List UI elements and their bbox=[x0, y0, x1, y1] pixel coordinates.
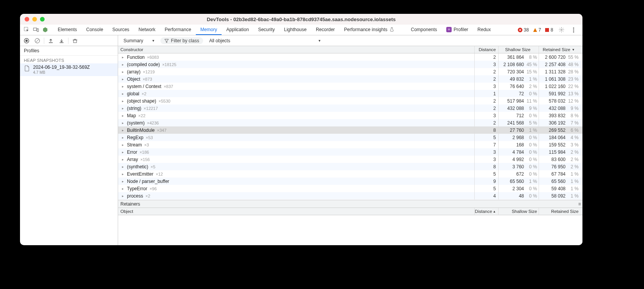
expand-icon[interactable]: ▸ bbox=[122, 121, 125, 125]
more-icon[interactable] bbox=[569, 26, 578, 34]
panel-tabs: Elements Console Sources Network Perform… bbox=[53, 25, 517, 35]
svg-line-12 bbox=[36, 39, 39, 42]
tab-recorder[interactable]: Recorder bbox=[311, 25, 339, 35]
close-icon[interactable] bbox=[25, 17, 29, 22]
expand-icon[interactable]: ▸ bbox=[122, 55, 125, 59]
table-row[interactable]: ▸Stream×371680 %159 5523 % bbox=[118, 141, 582, 148]
col-distance[interactable]: Distance bbox=[475, 46, 499, 53]
table-row[interactable]: ▸Error×18634 7840 %115 9842 % bbox=[118, 148, 582, 156]
settings-icon[interactable] bbox=[557, 26, 566, 34]
expand-icon[interactable]: ▸ bbox=[122, 150, 125, 154]
table-row[interactable]: ▸(array)×12192720 30415 %1 311 32828 % bbox=[118, 68, 582, 75]
zoom-icon[interactable] bbox=[40, 17, 45, 22]
expand-icon[interactable]: ▸ bbox=[122, 106, 125, 110]
table-row[interactable]: ▸(synthetic)×583 7600 %76 9502 % bbox=[118, 163, 582, 170]
memory-toolbar: Summary Filter by class All objects bbox=[20, 35, 582, 46]
tab-network[interactable]: Network bbox=[134, 25, 160, 35]
table-row[interactable]: ▸Node / parser_buffer965 5601 %65 5601 % bbox=[118, 178, 582, 185]
ret-col-retained[interactable]: Retained Size bbox=[539, 208, 579, 215]
retainers-header: Object Distance Shallow Size Retained Si… bbox=[118, 208, 582, 215]
expand-icon[interactable]: ▸ bbox=[122, 128, 125, 132]
node-icon[interactable] bbox=[41, 26, 49, 34]
ret-col-distance[interactable]: Distance bbox=[475, 208, 499, 215]
objects-select[interactable]: All objects bbox=[206, 37, 324, 45]
expand-icon[interactable]: ▸ bbox=[122, 165, 125, 169]
heap-snapshots-label: HEAP SNAPSHOTS bbox=[20, 56, 118, 63]
expand-icon[interactable]: ▸ bbox=[122, 179, 125, 183]
col-constructor[interactable]: Constructor bbox=[118, 46, 475, 53]
table-row[interactable]: ▸BuiltinModule×347827 7601 %269 5526 % bbox=[118, 126, 582, 134]
tab-elements[interactable]: Elements bbox=[53, 25, 82, 35]
traffic-lights bbox=[25, 17, 45, 22]
devtools-window: DevTools - 02b3ed82-6bac-49a0-ba1b-878cd… bbox=[20, 14, 582, 245]
table-row[interactable]: ▸Object×873249 8321 %1 061 30823 % bbox=[118, 75, 582, 83]
expand-icon[interactable]: ▸ bbox=[122, 172, 125, 176]
table-row[interactable]: ▸(string)×122172432 0889 %432 0889 % bbox=[118, 105, 582, 112]
table-row[interactable]: ▸Array×15634 9920 %83 6002 % bbox=[118, 156, 582, 163]
expand-icon[interactable]: ▸ bbox=[122, 77, 125, 81]
tab-security[interactable]: Security bbox=[254, 25, 279, 35]
ret-col-shallow[interactable]: Shallow Size bbox=[499, 208, 539, 215]
snapshot-item[interactable]: 2024-06-19_19-38-32-569Z 4.7 MB bbox=[20, 63, 118, 76]
table-row[interactable]: ▸EventEmitter×1256720 %67 7841 % bbox=[118, 170, 582, 178]
react-icon: ⚛ bbox=[446, 27, 452, 32]
tab-console[interactable]: Console bbox=[82, 25, 108, 35]
tab-redux[interactable]: Redux bbox=[473, 25, 496, 35]
table-row[interactable]: ▸(object shape)×55302517 98411 %578 0321… bbox=[118, 97, 582, 105]
tab-performance[interactable]: Performance bbox=[160, 25, 196, 35]
table-row[interactable]: ▸process×24480 %58 0921 % bbox=[118, 192, 582, 199]
tab-memory[interactable]: Memory bbox=[196, 25, 222, 35]
svg-point-8 bbox=[573, 31, 574, 32]
table-row[interactable]: ▸(system)×42362241 5685 %306 1927 % bbox=[118, 119, 582, 126]
retainers-menu-icon[interactable]: ≡ bbox=[578, 201, 581, 207]
record-icon[interactable] bbox=[22, 37, 31, 45]
expand-icon[interactable]: ▸ bbox=[122, 85, 125, 88]
minimize-icon[interactable] bbox=[32, 17, 37, 22]
expand-icon[interactable]: ▸ bbox=[122, 114, 125, 118]
expand-icon[interactable]: ▸ bbox=[122, 136, 125, 140]
snapshot-file-icon bbox=[24, 65, 30, 72]
table-row[interactable]: ▸(compiled code)×1812532 108 68045 %2 25… bbox=[118, 61, 582, 68]
expand-icon[interactable]: ▸ bbox=[122, 92, 125, 96]
upload-icon[interactable] bbox=[47, 37, 55, 45]
view-select[interactable]: Summary bbox=[120, 37, 157, 45]
table-row[interactable]: ▸RegExp×5352 9680 %184 0644 % bbox=[118, 134, 582, 141]
svg-rect-2 bbox=[37, 29, 38, 32]
download-icon[interactable] bbox=[57, 37, 66, 45]
col-retained[interactable]: Retained Size bbox=[539, 46, 579, 53]
tab-profiler[interactable]: ⚛ Profiler bbox=[442, 25, 473, 35]
expand-icon[interactable]: ▸ bbox=[122, 63, 125, 66]
class-filter-input[interactable]: Filter by class bbox=[160, 37, 203, 44]
gc-icon[interactable] bbox=[71, 37, 79, 45]
table-row[interactable]: ▸global×21720 %591 99213 % bbox=[118, 90, 582, 97]
retainers-panel: Retainers ≡ Object Distance Shallow Size… bbox=[118, 200, 582, 245]
tab-perf-insights[interactable]: Performance insights bbox=[339, 25, 399, 35]
react-icon: ⚛ bbox=[404, 27, 409, 32]
tab-sources[interactable]: Sources bbox=[108, 25, 134, 35]
issue-icon bbox=[545, 28, 549, 32]
table-row[interactable]: ▸TypeError×9652 3040 %59 4081 % bbox=[118, 185, 582, 192]
expand-icon[interactable]: ▸ bbox=[122, 99, 125, 103]
tab-application[interactable]: Application bbox=[222, 25, 254, 35]
inspect-icon[interactable] bbox=[22, 26, 31, 34]
table-row[interactable]: ▸system / Context×837376 6402 %1 022 160… bbox=[118, 83, 582, 90]
device-icon[interactable] bbox=[32, 26, 40, 34]
svg-point-7 bbox=[573, 29, 574, 30]
clear-icon[interactable] bbox=[33, 37, 42, 45]
expand-icon[interactable]: ▸ bbox=[122, 143, 125, 147]
expand-icon[interactable]: ▸ bbox=[122, 187, 125, 191]
expand-icon[interactable]: ▸ bbox=[122, 70, 125, 74]
issues-count[interactable]: 8 bbox=[545, 27, 553, 33]
col-shallow[interactable]: Shallow Size bbox=[499, 46, 539, 53]
expand-icon[interactable]: ▸ bbox=[122, 158, 125, 161]
tab-lighthouse[interactable]: Lighthouse bbox=[279, 25, 311, 35]
warning-count[interactable]: 7 bbox=[533, 27, 541, 33]
tab-components[interactable]: ⚛ Components bbox=[399, 25, 442, 35]
ret-col-object[interactable]: Object bbox=[118, 208, 475, 215]
expand-icon[interactable]: ▸ bbox=[122, 194, 125, 198]
table-row[interactable]: ▸Map×2237120 %393 8328 % bbox=[118, 112, 582, 119]
table-row[interactable]: ▸Function×60832361 8648 %2 600 72055 % bbox=[118, 53, 582, 61]
error-count[interactable]: 38 bbox=[518, 27, 529, 33]
retainers-title: Retainers ≡ bbox=[118, 200, 582, 208]
grid-body[interactable]: ▸Function×60832361 8648 %2 600 72055 %▸(… bbox=[118, 53, 582, 200]
